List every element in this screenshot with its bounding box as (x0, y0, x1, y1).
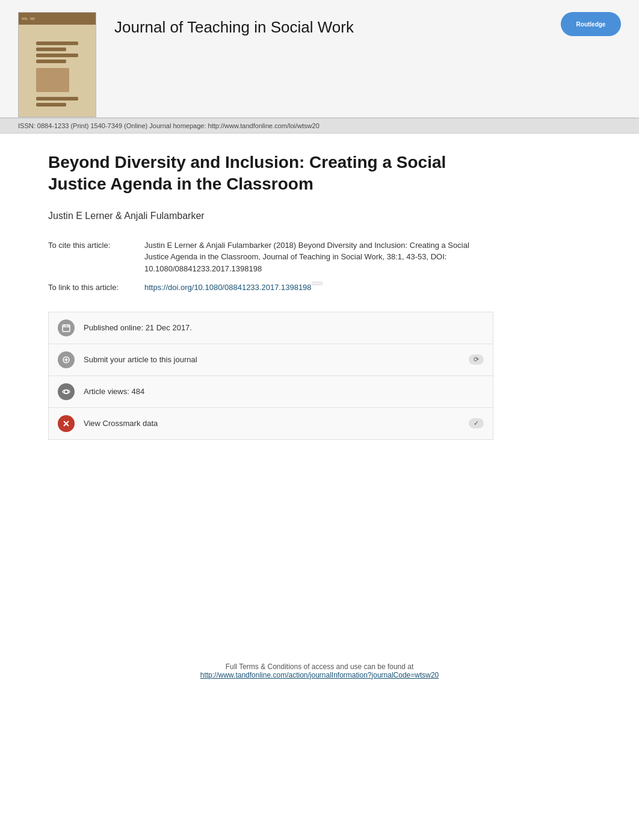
citation-section: To cite this article: Justin E Lerner & … (48, 239, 493, 294)
svg-rect-0 (63, 325, 70, 332)
published-date-text: Published online: 21 Dec 2017. (84, 323, 484, 332)
crossmark-item[interactable]: View Crossmark data ✓ (48, 408, 493, 440)
link-row: To link to this article: https://doi.org… (48, 282, 493, 294)
doi-link[interactable]: https://doi.org/10.1080/08841233.2017.13… (144, 282, 312, 294)
issn-bar: ISSN: 0884-1233 (Print) 1540-7349 (Onlin… (0, 119, 639, 134)
submit-article-text: Submit your article to this journal (84, 355, 463, 364)
info-section: Published online: 21 Dec 2017. Submit yo… (48, 312, 493, 440)
link-box (312, 282, 323, 285)
submit-article-item[interactable]: Submit your article to this journal ⟳ (48, 344, 493, 376)
cite-label: To cite this article: (48, 239, 144, 252)
terms-link[interactable]: http://www.tandfonline.com/action/journa… (200, 671, 439, 679)
article-views-text: Article views: 484 (84, 387, 484, 396)
crossmark-text: View Crossmark data (84, 419, 463, 428)
footer-terms: Full Terms & Conditions of access and us… (0, 638, 639, 691)
cite-text: Justin E Lerner & Anjali Fulambarker (20… (144, 239, 493, 275)
publisher-logo: Routledge (561, 12, 621, 36)
published-date-item: Published online: 21 Dec 2017. (48, 312, 493, 344)
article-title: Beyond Diversity and Inclusion: Creating… (48, 152, 493, 196)
link-label: To link to this article: (48, 282, 144, 294)
article-authors: Justin E Lerner & Anjali Fulambarker (48, 211, 493, 221)
journal-cover: VOL NO (18, 12, 96, 117)
views-icon (58, 383, 75, 400)
crossmark-badge: ✓ (469, 418, 484, 428)
submit-icon (58, 351, 75, 368)
submit-article-badge: ⟳ (469, 354, 484, 365)
journal-title: Journal of Teaching in Social Work (114, 18, 549, 37)
journal-header: VOL NO Journal of Teaching in Social Wor… (0, 0, 639, 134)
article-views-item: Article views: 484 (48, 376, 493, 408)
calendar-icon (58, 320, 75, 336)
crossmark-icon (58, 415, 75, 432)
citation-row: To cite this article: Justin E Lerner & … (48, 239, 493, 275)
